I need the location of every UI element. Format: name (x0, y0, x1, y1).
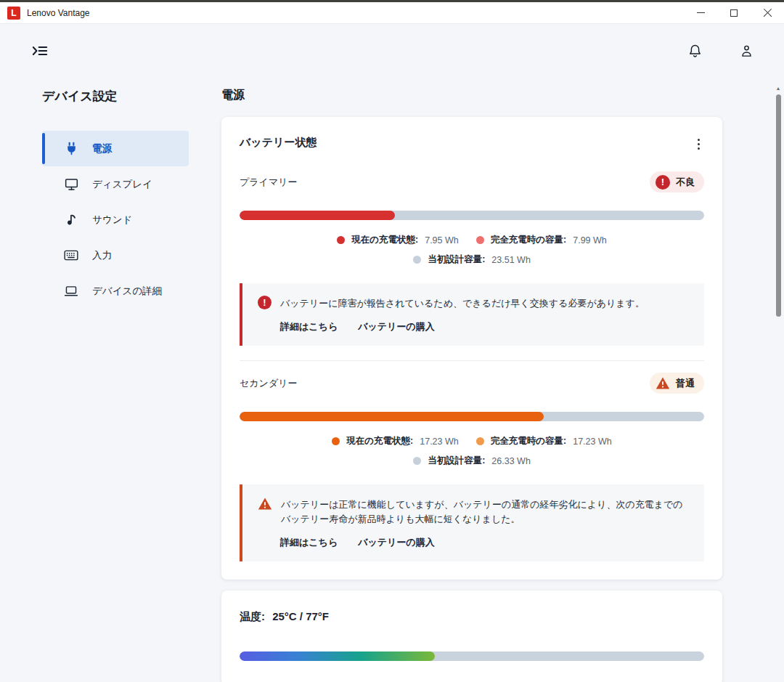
legend-value: 26.33 Wh (491, 456, 531, 466)
account-button[interactable] (737, 41, 756, 61)
purchase-battery-link[interactable]: バッテリーの購入 (358, 320, 435, 333)
alert-text: バッテリーに障害が報告されているため、できるだけ早く交換する必要があります。 (280, 296, 645, 311)
alert-body: バッテリーは正常に機能していますが、バッテリーの通常の経年劣化により、次の充電ま… (258, 497, 691, 527)
legend-value: 7.99 Wh (573, 235, 607, 245)
window-controls (684, 2, 784, 24)
titlebar: L Lenovo Vantage (0, 2, 784, 24)
legend-label: 現在の充電状態: (351, 234, 418, 246)
minimize-icon (697, 12, 705, 13)
secondary-battery-legend: 現在の充電状態: 17.23 Wh 完全充電時の容量: 17.23 Wh (240, 435, 704, 467)
sidebar-item-label: 入力 (92, 249, 112, 262)
error-circle-icon: ! (258, 296, 271, 309)
scrollbar: ▲ (775, 86, 782, 317)
battery-name: セカンダリー (240, 377, 298, 390)
secondary-battery-progress-track (240, 412, 704, 421)
battery-name: プライマリー (240, 176, 298, 189)
secondary-battery-progress-fill (240, 412, 544, 421)
status-badge-error: ! 不良 (650, 171, 704, 192)
temperature-card: 温度: 25°C / 77°F (221, 590, 722, 682)
alert-body: ! バッテリーに障害が報告されているため、できるだけ早く交換する必要があります。 (258, 296, 691, 311)
design-capacity-dot-icon (413, 256, 421, 264)
legend-label: 現在の充電状態: (346, 435, 413, 447)
full-capacity-dot-icon (476, 236, 484, 244)
primary-battery-legend: 現在の充電状態: 7.95 Wh 完全充電時の容量: 7.99 Wh (240, 234, 704, 266)
maximize-icon (730, 9, 738, 17)
close-button[interactable] (751, 2, 784, 24)
warning-triangle-icon (258, 497, 272, 511)
card-header: バッテリー状態 (240, 136, 704, 153)
sidebar-nav: 電源 ディスプレイ (42, 131, 189, 309)
secondary-battery-header: セカンダリー 普通 (240, 373, 704, 394)
window-title: Lenovo Vantage (27, 8, 90, 18)
full-capacity-dot-icon (476, 437, 484, 445)
sidebar-toggle-button[interactable] (29, 41, 51, 61)
design-capacity-dot-icon (413, 457, 421, 465)
legend-label: 当初設計容量: (428, 455, 485, 467)
warning-triangle-icon (656, 376, 670, 390)
legend-design-capacity: 当初設計容量: 26.33 Wh (413, 455, 531, 467)
notifications-button[interactable] (685, 41, 705, 61)
legend-row: 当初設計容量: 23.51 Wh (413, 253, 531, 266)
secondary-battery-alert: バッテリーは正常に機能していますが、バッテリーの通常の経年劣化により、次の充電ま… (240, 484, 704, 561)
minimize-button[interactable] (684, 2, 717, 24)
sidebar-item-label: サウンド (92, 214, 132, 227)
main-panel: 電源 バッテリー状態 プライマリー ! 不良 (221, 78, 784, 682)
maximize-button[interactable] (717, 2, 751, 24)
legend-row: 現在の充電状態: 7.95 Wh 完全充電時の容量: 7.99 Wh (337, 234, 607, 246)
app-window: L Lenovo Vantage (0, 0, 784, 682)
legend-current-charge: 現在の充電状態: 17.23 Wh (332, 435, 458, 447)
legend-value: 23.51 Wh (491, 255, 531, 265)
sidebar-item-display[interactable]: ディスプレイ (42, 166, 189, 202)
alert-links: 詳細はこちら バッテリーの購入 (280, 320, 691, 333)
sidebar-item-power[interactable]: 電源 (42, 131, 189, 166)
app-body: デバイス設定 電源 (0, 24, 784, 682)
legend-full-capacity: 完全充電時の容量: 7.99 Wh (476, 234, 607, 246)
primary-battery-progress-fill (240, 211, 395, 220)
sidebar-item-sound[interactable]: サウンド (42, 202, 189, 238)
temperature-title: 温度: 25°C / 77°F (240, 610, 704, 624)
power-plug-icon (64, 142, 78, 156)
scrollbar-thumb[interactable] (776, 94, 781, 317)
sidebar-item-device-details[interactable]: デバイスの詳細 (42, 273, 189, 309)
music-note-icon (64, 213, 78, 227)
sidebar-item-label: 電源 (92, 142, 112, 155)
legend-current-charge: 現在の充電状態: 7.95 Wh (337, 234, 459, 246)
temperature-progress-fill (240, 651, 435, 661)
card-title: バッテリー状態 (240, 136, 317, 150)
legend-value: 7.95 Wh (425, 235, 459, 245)
laptop-icon (64, 284, 78, 299)
temperature-value: 25°C / 77°F (272, 610, 329, 622)
primary-battery-alert: ! バッテリーに障害が報告されているため、できるだけ早く交換する必要があります。… (240, 283, 704, 346)
legend-full-capacity: 完全充電時の容量: 17.23 Wh (476, 435, 612, 447)
scroll-up-icon[interactable]: ▲ (776, 86, 781, 92)
details-link[interactable]: 詳細はこちら (280, 320, 338, 333)
sidebar-toggle-icon (32, 44, 48, 58)
display-icon (64, 177, 78, 192)
details-link[interactable]: 詳細はこちら (280, 536, 338, 549)
current-charge-dot-icon (332, 437, 340, 445)
legend-design-capacity: 当初設計容量: 23.51 Wh (413, 253, 531, 266)
error-circle-icon: ! (656, 175, 670, 190)
legend-label: 完全充電時の容量: (491, 234, 566, 246)
legend-value: 17.23 Wh (573, 437, 612, 447)
legend-label: 当初設計容量: (428, 253, 485, 266)
sidebar-item-input[interactable]: 入力 (42, 238, 189, 273)
primary-battery-progress-track (240, 211, 704, 220)
lenovo-logo: L (7, 7, 20, 20)
primary-battery-header: プライマリー ! 不良 (240, 171, 704, 192)
legend-row: 現在の充電状態: 17.23 Wh 完全充電時の容量: 17.23 Wh (332, 435, 611, 447)
current-charge-dot-icon (337, 236, 345, 244)
status-badge-label: 不良 (676, 176, 695, 189)
top-nav-right (685, 41, 756, 61)
close-icon (763, 8, 772, 17)
user-icon (740, 44, 754, 58)
sidebar-item-label: デバイスの詳細 (92, 285, 162, 298)
status-badge-label: 普通 (676, 377, 695, 390)
bell-icon (688, 44, 702, 58)
temperature-progress-track (240, 651, 704, 661)
purchase-battery-link[interactable]: バッテリーの購入 (358, 536, 435, 549)
kebab-menu-button[interactable] (693, 136, 704, 153)
sidebar-title: デバイス設定 (42, 88, 189, 105)
legend-label: 完全充電時の容量: (491, 435, 566, 447)
sidebar-item-label: ディスプレイ (92, 178, 152, 191)
